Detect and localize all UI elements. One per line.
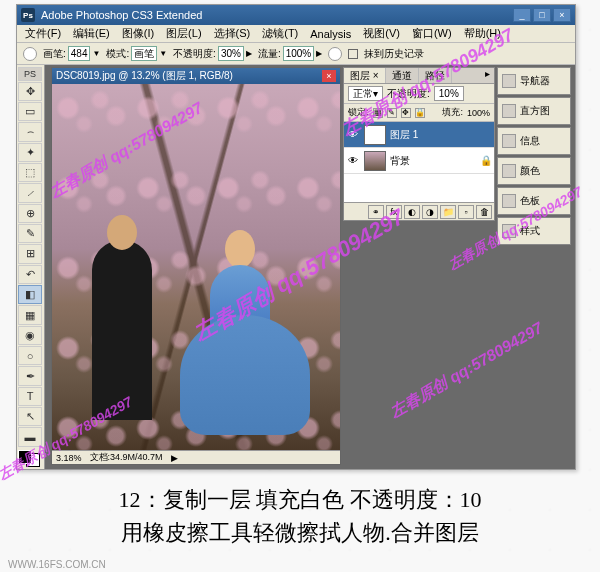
zoom-value[interactable]: 3.18% <box>56 453 82 463</box>
new-layer-icon[interactable]: ▫ <box>458 205 474 219</box>
brush-tool[interactable]: ✎ <box>18 224 42 243</box>
stamp-tool[interactable]: ⊞ <box>18 244 42 263</box>
doc-close-button[interactable]: × <box>322 70 336 82</box>
pen-tool[interactable]: ✒ <box>18 366 42 385</box>
fill-label: 填充: <box>442 106 463 119</box>
adjustment-icon[interactable]: ◑ <box>422 205 438 219</box>
chevron-down-icon[interactable]: ▼ <box>159 49 167 58</box>
menu-image[interactable]: 图像(I) <box>118 26 158 41</box>
minimize-button[interactable]: _ <box>513 8 531 22</box>
close-button[interactable]: × <box>553 8 571 22</box>
tutorial-step-text: 用橡皮擦工具轻微擦拭人物.合并图层 <box>0 518 600 548</box>
lock-pixels-icon[interactable]: ✎ <box>387 108 397 118</box>
photoshop-window: Ps Adobe Photoshop CS3 Extended _ □ × 文件… <box>16 4 576 470</box>
menu-file[interactable]: 文件(F) <box>21 26 65 41</box>
visibility-icon[interactable]: 👁 <box>346 154 360 168</box>
layer-thumbnail[interactable] <box>364 125 386 145</box>
tab-channels[interactable]: 通道 <box>386 68 419 83</box>
visibility-icon[interactable]: 👁 <box>346 128 360 142</box>
menu-window[interactable]: 窗口(W) <box>408 26 456 41</box>
layer-row[interactable]: 👁 背景 🔒 <box>344 148 494 174</box>
fx-icon[interactable]: fx <box>386 205 402 219</box>
eraser-icon[interactable] <box>23 47 37 61</box>
lock-position-icon[interactable]: ✥ <box>401 108 411 118</box>
mode-select[interactable]: 画笔 <box>131 46 157 61</box>
document-status-bar: 3.18% 文档:34.9M/40.7M ▶ <box>52 450 340 464</box>
chevron-right-icon[interactable]: ▶ <box>316 49 322 58</box>
mode-label: 模式: <box>106 47 129 61</box>
tab-layers[interactable]: 图层 × <box>344 68 386 83</box>
marquee-tool[interactable]: ▭ <box>18 102 42 121</box>
erase-history-checkbox[interactable] <box>348 49 358 59</box>
document-title: DSC8019.jpg @ 13.2% (图层 1, RGB/8) <box>56 69 233 83</box>
opacity-input[interactable]: 30% <box>218 46 244 61</box>
wand-tool[interactable]: ✦ <box>18 143 42 162</box>
flow-input[interactable]: 100% <box>283 46 315 61</box>
options-bar: 画笔:484▼ 模式:画笔▼ 不透明度:30%▶ 流量:100%▶ 抹到历史记录 <box>17 43 575 65</box>
history-brush-tool[interactable]: ↶ <box>18 265 42 284</box>
gradient-tool[interactable]: ▦ <box>18 305 42 324</box>
group-icon[interactable]: 📁 <box>440 205 456 219</box>
menu-filter[interactable]: 滤镜(T) <box>258 26 302 41</box>
trash-icon[interactable]: 🗑 <box>476 205 492 219</box>
menubar: 文件(F) 编辑(E) 图像(I) 图层(L) 选择(S) 滤镜(T) Anal… <box>17 25 575 43</box>
panels-dock: 图层 × 通道 路径 ▸ 正常 ▾ 不透明度: 10% 锁定: ▦ <box>343 67 573 245</box>
lock-transparency-icon[interactable]: ▦ <box>373 108 383 118</box>
workspace: PS ✥ ▭ ⌢ ✦ ⬚ ⟋ ⊕ ✎ ⊞ ↶ ◧ ▦ ◉ ○ ✒ T ↖ ▬ D… <box>17 65 575 469</box>
layer-name[interactable]: 图层 1 <box>390 128 418 142</box>
menu-analysis[interactable]: Analysis <box>306 28 355 40</box>
document-titlebar[interactable]: DSC8019.jpg @ 13.2% (图层 1, RGB/8) × <box>52 68 340 84</box>
image-groom <box>92 240 152 420</box>
type-tool[interactable]: T <box>18 387 42 406</box>
airbrush-icon[interactable] <box>328 47 342 61</box>
tab-paths[interactable]: 路径 <box>419 68 452 83</box>
blend-mode-select[interactable]: 正常 ▾ <box>348 86 383 101</box>
color-swatch[interactable] <box>18 450 40 467</box>
lock-all-icon[interactable]: 🔒 <box>415 108 425 118</box>
brush-size-input[interactable]: 484 <box>68 46 91 61</box>
menu-edit[interactable]: 编辑(E) <box>69 26 114 41</box>
blur-tool[interactable]: ◉ <box>18 326 42 345</box>
menu-select[interactable]: 选择(S) <box>210 26 255 41</box>
layer-opacity-input[interactable]: 10% <box>434 86 464 101</box>
histogram-icon <box>502 104 516 118</box>
fill-input[interactable]: 100% <box>467 108 490 118</box>
mask-icon[interactable]: ◐ <box>404 205 420 219</box>
info-panel[interactable]: 信息 <box>497 127 571 155</box>
chevron-right-icon[interactable]: ▶ <box>171 453 178 463</box>
dodge-tool[interactable]: ○ <box>18 346 42 365</box>
app-title: Adobe Photoshop CS3 Extended <box>41 9 202 21</box>
chevron-right-icon[interactable]: ▶ <box>246 49 252 58</box>
layer-row[interactable]: 👁 图层 1 <box>344 122 494 148</box>
canvas[interactable] <box>52 84 340 450</box>
menu-layer[interactable]: 图层(L) <box>162 26 205 41</box>
color-panel[interactable]: 颜色 <box>497 157 571 185</box>
navigator-panel[interactable]: 导航器 <box>497 67 571 95</box>
maximize-button[interactable]: □ <box>533 8 551 22</box>
menu-help[interactable]: 帮助(H) <box>460 26 505 41</box>
lasso-tool[interactable]: ⌢ <box>18 122 42 141</box>
styles-panel[interactable]: 样式 <box>497 217 571 245</box>
image-bride <box>190 230 300 430</box>
info-icon <box>502 134 516 148</box>
heal-tool[interactable]: ⊕ <box>18 204 42 223</box>
titlebar[interactable]: Ps Adobe Photoshop CS3 Extended _ □ × <box>17 5 575 25</box>
chevron-down-icon[interactable]: ▼ <box>92 49 100 58</box>
slice-tool[interactable]: ⟋ <box>18 183 42 202</box>
layer-list: 👁 图层 1 👁 背景 🔒 <box>344 122 494 202</box>
canvas-area: DSC8019.jpg @ 13.2% (图层 1, RGB/8) × 3.18… <box>45 65 575 469</box>
crop-tool[interactable]: ⬚ <box>18 163 42 182</box>
menu-view[interactable]: 视图(V) <box>359 26 404 41</box>
layer-name[interactable]: 背景 <box>390 154 410 168</box>
link-layers-icon[interactable]: ⚭ <box>368 205 384 219</box>
move-tool[interactable]: ✥ <box>18 82 42 101</box>
histogram-panel[interactable]: 直方图 <box>497 97 571 125</box>
eraser-tool[interactable]: ◧ <box>18 285 42 304</box>
ps-logo-icon: PS <box>18 67 42 81</box>
path-tool[interactable]: ↖ <box>18 407 42 426</box>
panel-menu-icon[interactable]: ▸ <box>481 68 494 83</box>
bottom-watermark: WWW.16FS.COM.CN <box>8 559 106 570</box>
shape-tool[interactable]: ▬ <box>18 427 42 446</box>
layer-thumbnail[interactable] <box>364 151 386 171</box>
swatches-panel[interactable]: 色板 <box>497 187 571 215</box>
